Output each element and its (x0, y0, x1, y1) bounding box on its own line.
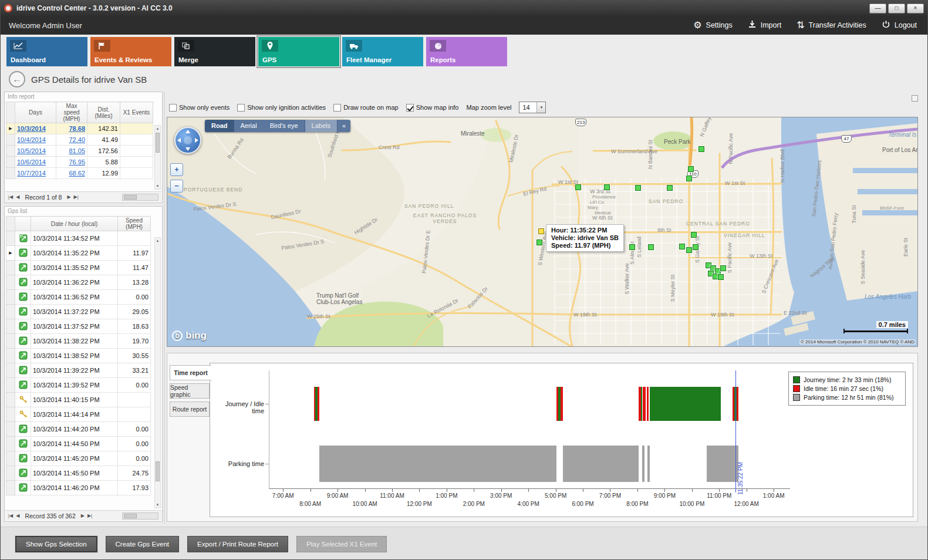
nav-tile-reports[interactable]: Reports (426, 37, 507, 66)
gps-table-row[interactable]: 10/3/2014 11:46:20 PM17.93 (6, 481, 151, 495)
close-button[interactable]: × (907, 4, 924, 14)
gps-table-row[interactable]: 10/3/2014 11:37:52 PM18.63 (6, 319, 151, 334)
days-cell[interactable]: 10/4/2014 (15, 134, 56, 146)
checkbox-show-map-info[interactable]: Show map info (406, 104, 459, 112)
map-toolbar-collapse-button[interactable]: « (337, 120, 350, 132)
checkbox-icon[interactable] (237, 104, 245, 112)
days-cell[interactable]: 10/6/2014 (15, 157, 56, 168)
checkbox-show-only-events[interactable]: Show only events (169, 104, 230, 112)
minimize-button[interactable]: — (869, 4, 886, 14)
pan-north-icon[interactable] (185, 130, 190, 133)
gps-marker[interactable] (629, 244, 635, 250)
pager-scroll-thumb[interactable] (124, 514, 137, 518)
gps-list-scrollbar[interactable]: ▲ ▼ (154, 237, 161, 508)
column-header-dist-miles[interactable]: Dist. (Miles) (87, 102, 120, 123)
pan-east-icon[interactable] (195, 138, 198, 143)
scroll-track[interactable] (155, 244, 160, 502)
gps-table-row[interactable]: 10/3/2014 11:44:50 PM0.00 (6, 437, 151, 451)
gps-marker[interactable] (718, 274, 724, 280)
topbar-action-settings[interactable]: ⚙Settings (693, 21, 733, 30)
map-view-road[interactable]: Road (205, 120, 234, 132)
gps-table-row[interactable]: 10/3/2014 11:36:22 PM13.28 (6, 275, 151, 290)
gps-marker[interactable] (667, 185, 673, 191)
max-speed-cell[interactable]: 78.68 (56, 123, 87, 134)
pager-first-button[interactable]: |◀ (8, 194, 13, 200)
back-button[interactable]: ← (9, 71, 25, 87)
zoom-in-button[interactable]: + (170, 163, 183, 176)
info-table-row[interactable]: 10/7/201468.6212.99 (6, 168, 153, 179)
map-view-bird-s-eye[interactable]: Bird's eye (264, 120, 305, 132)
nav-tile-fleet-manager[interactable]: Fleet Manager (342, 37, 423, 66)
gps-table-row[interactable]: 10/3/2014 11:39:22 PM33.21 (6, 363, 151, 378)
pager-last-button[interactable]: ▶| (87, 513, 92, 518)
nav-tile-events-reviews[interactable]: Events & Reviews (90, 37, 171, 66)
pager-prev-button[interactable]: ◀ (16, 194, 19, 200)
gps-table-row[interactable]: 10/3/2014 11:36:52 PM0.00 (6, 290, 151, 305)
time-cursor[interactable] (735, 370, 736, 492)
gps-marker[interactable] (720, 265, 726, 271)
checkbox-icon[interactable] (169, 104, 177, 112)
map-view-labels[interactable]: Labels (305, 120, 337, 132)
topbar-action-logout[interactable]: Logout (882, 20, 917, 31)
pager-scrollbar[interactable] (122, 194, 158, 201)
scroll-up-icon[interactable]: ▲ (156, 126, 160, 131)
gps-marker[interactable] (679, 244, 685, 249)
gps-table-row[interactable]: 10/3/2014 11:38:52 PM30.55 (6, 349, 151, 363)
pan-west-icon[interactable] (177, 138, 181, 143)
scroll-track[interactable] (155, 131, 160, 183)
chart-tab-speed-graphic[interactable]: Speed graphic (170, 383, 210, 399)
gps-marker[interactable] (686, 176, 692, 181)
column-header-max-speed-mph[interactable]: Max speed (MPH) (56, 102, 87, 123)
gps-marker[interactable] (691, 232, 697, 238)
gps-table-row[interactable]: 10/3/2014 11:37:22 PM29.05 (6, 305, 151, 319)
gps-table-row[interactable]: 10/3/2014 11:40:15 PM (6, 393, 151, 407)
nav-tile-dashboard[interactable]: Dashboard (6, 37, 87, 66)
column-header-date-hour-local[interactable]: Date / hour (local) (31, 217, 118, 231)
gps-marker[interactable] (648, 244, 654, 250)
info-table-row[interactable]: 10/5/201481.05172.56 (6, 146, 153, 157)
map-zoom-select[interactable]: 14 ▼ (519, 102, 546, 113)
checkbox-checked-icon[interactable] (406, 104, 414, 112)
map-view[interactable]: MiralestePeck ParkW Summerland AveCrest … (167, 117, 918, 347)
days-cell[interactable]: 10/5/2014 (15, 146, 56, 157)
footer-button-export-print-route-report[interactable]: Export / Print Route Report (187, 536, 288, 552)
gps-table-row[interactable]: 10/3/2014 11:39:52 PM0.00 (6, 378, 151, 393)
footer-button-show-gps-selection[interactable]: Show Gps Selection (15, 536, 97, 552)
pager-last-button[interactable]: ▶| (74, 194, 79, 200)
gps-table-row[interactable]: 10/3/2014 11:38:22 PM19.70 (6, 334, 151, 349)
info-report-scrollbar[interactable]: ▲ ▼ (154, 125, 161, 190)
info-table-row[interactable]: 10/6/201476.955.88 (6, 157, 153, 168)
gps-marker[interactable] (635, 185, 641, 191)
gps-table-row[interactable]: 10/3/2014 11:45:50 PM24.75 (6, 466, 151, 481)
info-table-row[interactable]: 10/4/201472.4041.49 (6, 134, 153, 146)
pager-scrollbar[interactable] (122, 512, 158, 519)
topbar-action-transfer-activities[interactable]: ⇅Transfer Activities (797, 21, 866, 30)
maximize-button[interactable]: □ (888, 4, 905, 14)
pager-first-button[interactable]: |◀ (8, 513, 13, 518)
chevron-down-icon[interactable]: ▼ (536, 102, 545, 113)
gps-table-row[interactable]: 10/3/2014 11:34:52 PM (6, 231, 151, 246)
map-view-aerial[interactable]: Aerial (234, 120, 264, 132)
pager-prev-button[interactable]: ◀ (16, 513, 19, 518)
nav-tile-merge[interactable]: Merge (174, 37, 255, 66)
max-speed-cell[interactable]: 81.05 (56, 146, 87, 157)
collapse-map-panel-button[interactable] (912, 95, 918, 102)
gps-marker[interactable] (536, 239, 542, 245)
days-cell[interactable]: 10/3/2014 (15, 123, 56, 134)
gps-table-row[interactable]: ▶10/3/2014 11:35:22 PM11.97 (6, 246, 151, 261)
panel-splitter[interactable] (164, 92, 165, 524)
topbar-action-import[interactable]: Import (748, 20, 781, 31)
scroll-up-icon[interactable]: ▲ (156, 238, 160, 244)
pager-scroll-thumb[interactable] (124, 195, 137, 200)
max-speed-cell[interactable]: 76.95 (56, 157, 87, 168)
column-header-days[interactable]: Days (15, 102, 56, 123)
checkbox-show-only-ignition-activities[interactable]: Show only ignition activities (237, 104, 326, 112)
max-speed-cell[interactable]: 68.62 (56, 168, 87, 179)
gps-marker[interactable] (688, 166, 694, 172)
scroll-down-icon[interactable]: ▼ (156, 183, 160, 189)
gps-marker[interactable] (693, 244, 698, 250)
chart-tab-time-report[interactable]: Time report (170, 365, 212, 380)
checkbox-icon[interactable] (333, 104, 341, 112)
pan-south-icon[interactable] (185, 147, 190, 151)
column-header-x1-events[interactable]: X1 Events (120, 102, 153, 123)
